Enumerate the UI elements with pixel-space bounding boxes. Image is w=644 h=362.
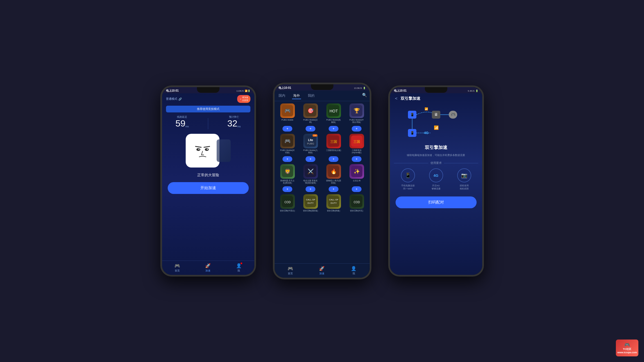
tab-overseas[interactable]: 海外 <box>292 93 301 99</box>
phone3-title: 双引擎加速 <box>401 96 420 101</box>
speed-icon-1: 🚀 <box>205 263 211 268</box>
network-icon-1: 📶🔋 <box>245 90 250 92</box>
phone2-screen: 电上10:01 13.9K/S 🔋 国内 海外 我的 🔍 🎮 PUBG Mobi… <box>275 84 370 278</box>
game-name: 正常的大冒险 <box>162 170 254 180</box>
game-icon-3k1[interactable]: 三国 <box>326 134 341 148</box>
latency-unit: ms <box>185 125 189 128</box>
game-title-hero1: 英雄联盟:开天之龙(测试限) <box>280 180 295 184</box>
svg-text:CALL OF: CALL OF <box>329 198 338 201</box>
stats-divider <box>208 118 208 129</box>
game-icon-hero4[interactable]: ✨ <box>349 164 364 179</box>
svg-point-5 <box>198 149 199 150</box>
add-pubg2[interactable]: + <box>306 126 315 132</box>
signal-3: 9.4K/S <box>468 90 474 92</box>
game-cell-hero3: 🔥 使物猎人-将兵(国际版) <box>323 164 344 184</box>
svg-text:🎮: 🎮 <box>284 138 291 144</box>
nav-profile-1[interactable]: 👤 我 <box>236 263 242 273</box>
game-title-pubg3: PUBG Mobile(热服版) <box>326 119 342 124</box>
svg-text:COD: COD <box>284 201 290 204</box>
add-pubg6[interactable]: + <box>306 156 315 162</box>
game-icon-3k2[interactable]: 三国 <box>349 134 364 148</box>
face-svg <box>189 137 217 165</box>
game-icon-pubg4[interactable]: 🏆 <box>349 103 364 118</box>
svg-text:DUTY: DUTY <box>331 202 337 204</box>
bottom-nav-2: 🎮 首页 🚀 加速 👤 我 <box>275 263 370 278</box>
competitive-button[interactable]: 推荐使用竞技模式 <box>166 106 250 112</box>
game-cell-cod3: CALL OFDUTY 使命召唤(韩服) <box>323 194 344 212</box>
game-avatar <box>186 134 219 168</box>
tab-domestic[interactable]: 国内 <box>277 93 286 99</box>
add-hero3[interactable]: + <box>329 186 338 192</box>
svg-rect-37 <box>328 196 339 207</box>
svg-text:三国: 三国 <box>330 140 337 144</box>
add-3k1[interactable]: + <box>329 156 338 162</box>
game-icon-cod3[interactable]: CALL OFDUTY <box>326 194 341 209</box>
phone-2: 电上10:01 13.9K/S 🔋 国内 海外 我的 🔍 🎮 PUBG Mobi… <box>273 83 371 279</box>
svg-text:📱: 📱 <box>410 131 414 135</box>
latency-value: 59 <box>175 119 185 128</box>
add-pubg5[interactable]: + <box>282 156 292 162</box>
wifi-req-label: 手机电脑连接同一WIFI <box>401 184 415 190</box>
ping-unit: ms <box>237 125 241 128</box>
game-icon-hero1[interactable]: 🦁 <box>280 164 295 179</box>
search-tab[interactable]: 🔍 <box>362 93 367 99</box>
svg-text:🦁: 🦁 <box>284 168 291 175</box>
home-label-1: 首页 <box>175 269 180 273</box>
req-wifi: 📱 手机电脑连接同一WIFI <box>401 168 415 190</box>
svg-text:📶: 📶 <box>434 125 439 130</box>
game-icon-hero3[interactable]: 🔥 <box>326 164 341 179</box>
profile-label-2: 我 <box>353 272 355 275</box>
game-icon-cod1[interactable]: COD <box>280 194 295 209</box>
games-row-1: 🎮 PUBG Mobile 🎯 PUBG Mobile(日韩) HOT PUBG… <box>277 103 367 124</box>
svg-text:✨: ✨ <box>354 168 360 175</box>
game-cell-pubg3: HOT PUBG Mobile(热服版) <box>323 103 344 124</box>
nav-speed-2[interactable]: 🚀 加速 <box>319 266 325 275</box>
nav-profile-2[interactable]: 👤 我 <box>351 266 356 275</box>
back-button[interactable]: ＜ <box>394 96 398 101</box>
game-icon-cod4[interactable]: COD <box>349 194 364 209</box>
add-3k2[interactable]: + <box>352 156 362 162</box>
add-pubg1[interactable]: + <box>282 126 292 132</box>
game-icon-pubg5[interactable]: 🎮 <box>280 134 295 148</box>
add-pubg3[interactable]: + <box>329 126 338 132</box>
plus-icon: ＋ <box>239 98 242 101</box>
game-title-cod2: 使命召唤(国际版) <box>303 210 318 212</box>
nav-speed-1[interactable]: 🚀 加速 <box>205 263 211 273</box>
svg-text:⚔️: ⚔️ <box>308 168 314 175</box>
game-icon-pubg1[interactable]: 🎮 <box>280 103 295 118</box>
dual-engine-title: 双引擎加速 <box>390 143 482 152</box>
svg-text:🎮: 🎮 <box>284 108 291 114</box>
game-cell-cod4: COD 使命召唤(对试) <box>346 194 367 212</box>
start-accelerate-button[interactable]: 开始加速 <box>168 182 249 194</box>
add-hero4[interactable]: + <box>352 186 362 192</box>
tab-mine[interactable]: 我的 <box>307 93 316 99</box>
profile-icon-wrap-1: 👤 <box>236 263 242 268</box>
latency-stat: 线路延迟 59 ms <box>175 115 189 129</box>
game-icon-pubg3[interactable]: HOT <box>326 103 341 118</box>
game-icon-cod2[interactable]: CALL OFDUTY <box>303 194 318 209</box>
antivirus-text: 硬加速抗疫情 <box>242 96 248 102</box>
game-title-pubg4: PUBG Mobile(中国台湾版) <box>349 119 365 124</box>
network-diagram: 📱 📶 🖥 🎮 📱 4G <box>390 104 482 143</box>
camera-req-circle: 📷 <box>457 168 471 182</box>
add-hero2[interactable]: + <box>306 186 315 192</box>
add-hero1[interactable]: + <box>282 186 292 192</box>
mode-text: 普通模式 <box>166 97 177 101</box>
game-icon-pubg2[interactable]: 🎯 <box>303 103 318 118</box>
svg-text:三国: 三国 <box>353 140 360 144</box>
nav-home-2[interactable]: 🎮 首页 <box>288 266 293 275</box>
add-pubg4[interactable]: + <box>352 126 362 132</box>
game-cell-cod2: CALL OFDUTY 使命召唤(国际版) <box>300 194 321 212</box>
antivirus-button[interactable]: ＋ 硬加速抗疫情 <box>237 95 250 103</box>
scan-pair-button[interactable]: 扫码配对 <box>396 196 477 208</box>
mode-label: 普通模式 🔗 <box>166 97 182 101</box>
stats-row: 线路延迟 59 ms 预计阵亡 32 ms <box>162 114 254 131</box>
profile-dot-1 <box>241 263 242 264</box>
phone-notch-3 <box>425 87 447 93</box>
game-icon-hero2[interactable]: ⚔️ <box>303 164 318 179</box>
lite-badge: LIte <box>313 134 317 137</box>
status-icons-2: 13.9K/S 🔋 <box>354 87 365 89</box>
add-row-2: + + + + <box>277 156 367 162</box>
svg-text:PUBG: PUBG <box>307 142 314 145</box>
nav-home-1[interactable]: 🎮 首页 <box>174 263 180 273</box>
